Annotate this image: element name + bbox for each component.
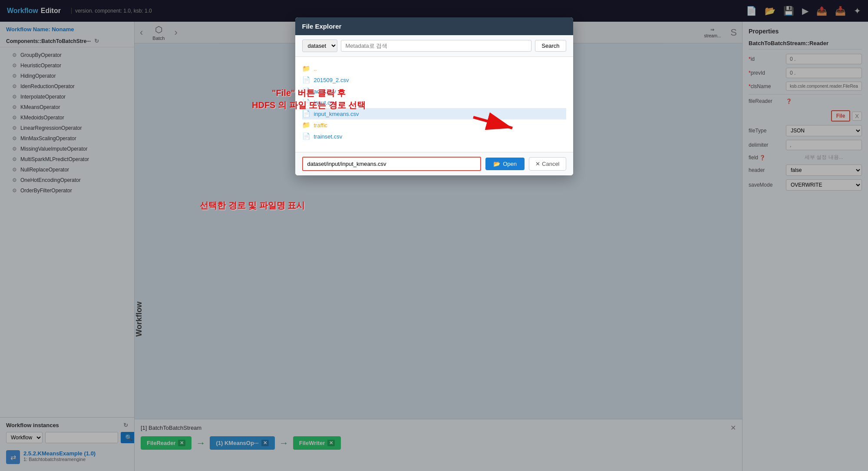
fe-item-file1[interactable]: 📄 201509_2.csv <box>302 74 566 86</box>
file-icon: 📄 <box>302 132 310 140</box>
cancel-icon: ✕ <box>535 161 540 167</box>
fe-search-select[interactable]: dataset <box>302 40 337 52</box>
fe-cancel-button[interactable]: ✕ Cancel <box>529 157 566 171</box>
fe-item-file3[interactable]: 📄 input.csv <box>302 97 566 108</box>
fe-search-input[interactable] <box>341 40 532 52</box>
fe-item-parent[interactable]: 📁 .. <box>302 63 566 74</box>
file-icon: 📄 <box>302 76 310 84</box>
folder-icon: 📁 <box>302 65 310 72</box>
file-explorer-footer: 📂 Open ✕ Cancel <box>295 152 573 175</box>
folder-icon: 📁 <box>302 121 310 129</box>
fe-search-button[interactable]: Search <box>535 40 566 52</box>
file-explorer-list: 📁 .. 📄 201509_2.csv 📄 adult.csv 📄 input.… <box>295 57 573 152</box>
file-explorer-modal: File Explorer dataset Search 📁 .. 📄 2015… <box>295 17 573 175</box>
file-explorer-title: File Explorer <box>295 17 573 35</box>
file-icon: 📄 <box>302 110 310 118</box>
annotation-bottom-text: 선택한 경로 및 파일명 표시 <box>200 200 305 211</box>
file-icon: 📄 <box>302 87 310 95</box>
fe-item-file6[interactable]: 📄 trainset.csv <box>302 131 566 142</box>
fe-item-file4-selected[interactable]: 📄 input_kmeans.csv <box>302 108 566 119</box>
fe-item-file2[interactable]: 📄 adult.csv <box>302 86 566 97</box>
fe-item-traffic-folder[interactable]: 📁 traffic <box>302 119 566 131</box>
modal-overlay: File Explorer dataset Search 📁 .. 📄 2015… <box>0 0 868 471</box>
fe-path-input[interactable] <box>302 157 482 171</box>
open-icon: 📂 <box>493 161 500 167</box>
file-icon: 📄 <box>302 99 310 106</box>
file-explorer-search-bar: dataset Search <box>295 35 573 57</box>
fe-open-button[interactable]: 📂 Open <box>485 158 525 170</box>
